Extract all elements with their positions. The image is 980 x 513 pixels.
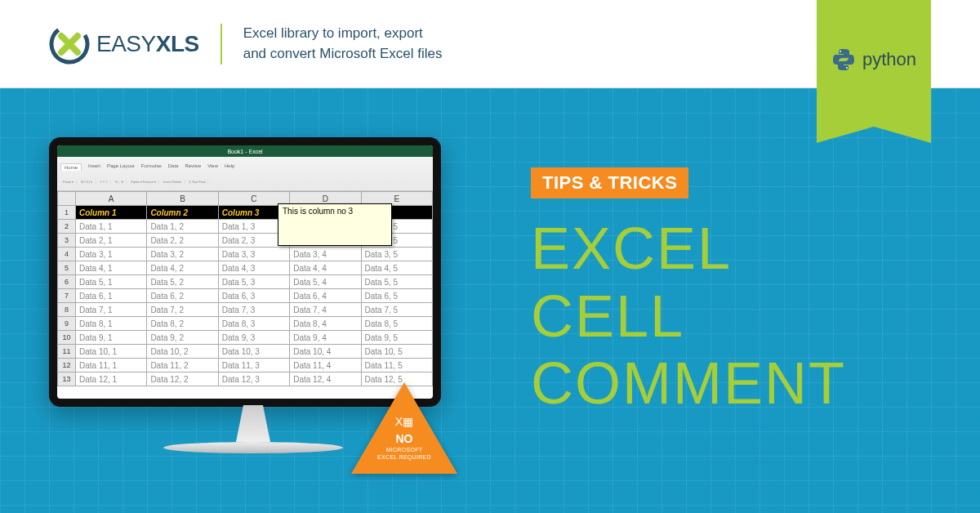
easyxls-logo-icon xyxy=(49,24,90,65)
cell-comment-tooltip: This is column no 3 xyxy=(278,203,392,246)
headline-line-2: CELL xyxy=(531,283,846,350)
ribbon-label: python xyxy=(862,49,916,70)
headline-line-3: COMMENT xyxy=(531,350,846,417)
tips-tricks-tag: TIPS & TRICKS xyxy=(531,167,688,199)
python-icon xyxy=(831,47,856,72)
headline-copy: TIPS & TRICKS EXCEL CELL COMMENT xyxy=(531,167,846,417)
tagline: Excel library to import, export and conv… xyxy=(243,24,443,64)
divider xyxy=(220,24,222,65)
language-ribbon: python xyxy=(817,0,931,127)
brand-logo: EASYXLS xyxy=(49,24,199,65)
header-bar: EASYXLS Excel library to import, export … xyxy=(0,0,980,88)
excel-screen: Book1 - Excel HomeInsertPage LayoutFormu… xyxy=(57,145,433,399)
excel-file-icon: X▦ xyxy=(351,415,457,429)
no-excel-badge: X▦ NO MICROSOFT EXCEL REQUIRED xyxy=(351,382,457,476)
brand-name: EASYXLS xyxy=(96,31,199,57)
excel-ribbon: HomeInsertPage LayoutFormulasDataReviewV… xyxy=(57,157,433,191)
svg-point-1 xyxy=(840,51,841,52)
headline-line-1: EXCEL xyxy=(531,215,846,283)
svg-point-2 xyxy=(846,67,848,69)
window-title: Book1 - Excel xyxy=(57,145,433,157)
hero-section: Book1 - Excel HomeInsertPage LayoutFormu… xyxy=(0,88,980,513)
monitor-illustration: Book1 - Excel HomeInsertPage LayoutFormu… xyxy=(49,137,457,497)
